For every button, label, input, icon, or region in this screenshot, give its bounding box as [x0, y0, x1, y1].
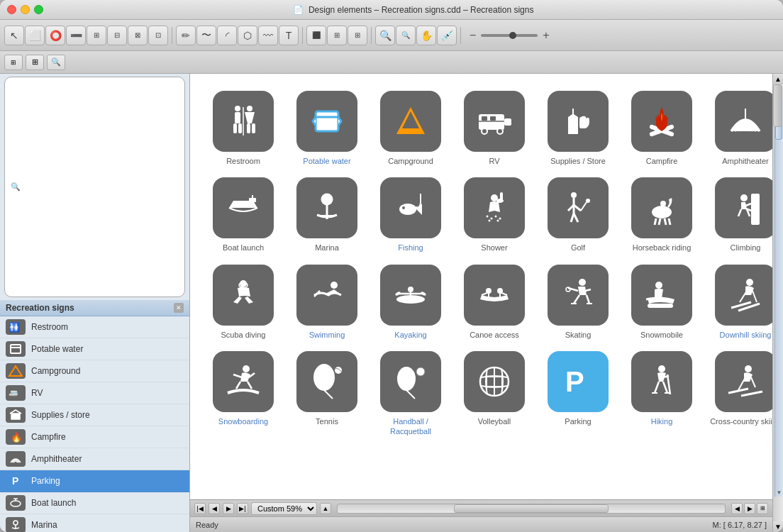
- h-scroll-thumb[interactable]: [454, 504, 609, 513]
- icon-cell-climbing[interactable]: Climbing: [706, 174, 772, 255]
- nav-last-btn[interactable]: ▶|: [237, 503, 248, 514]
- connect-tool[interactable]: ⊠: [128, 26, 148, 45]
- icon-box-potable-water: [296, 91, 357, 152]
- icon-cell-amphitheater[interactable]: Amphitheater: [706, 88, 772, 169]
- icon-cell-campfire[interactable]: Campfire: [623, 88, 701, 169]
- maximize-button[interactable]: [34, 5, 43, 14]
- zoom-minus-btn[interactable]: −: [467, 29, 478, 42]
- content-area[interactable]: Restroom Potable wa: [190, 74, 772, 499]
- scroll-left-btn[interactable]: ◀: [731, 503, 743, 514]
- zoom-slider[interactable]: [481, 34, 538, 37]
- curve-tool[interactable]: 〜: [196, 26, 216, 45]
- sidebar-list[interactable]: 🚻 Restroom Potable water: [0, 316, 189, 533]
- nav-first-btn[interactable]: |◀: [194, 503, 206, 514]
- nav-prev-btn[interactable]: ◀: [209, 503, 220, 514]
- freehand-tool[interactable]: 〰: [258, 26, 278, 45]
- panel-toggle-btn[interactable]: ⊞: [4, 55, 23, 70]
- icon-cell-scuba[interactable]: Scuba diving: [204, 262, 282, 343]
- resize-handle[interactable]: ⊞: [757, 503, 768, 514]
- select-tool[interactable]: ↖: [4, 26, 24, 45]
- text-tool[interactable]: T: [279, 26, 299, 45]
- sidebar-item-campground[interactable]: Campground: [0, 360, 189, 382]
- ungroup-tool[interactable]: ⊟: [107, 26, 127, 45]
- eyedrop-tool[interactable]: 💉: [437, 26, 457, 45]
- arc-tool[interactable]: ◜: [217, 26, 237, 45]
- icon-cell-hiking[interactable]: Hiking: [623, 348, 701, 440]
- icon-cell-rv[interactable]: RV: [455, 88, 533, 169]
- zoom-select[interactable]: Custom 59%: [251, 502, 317, 515]
- close-button[interactable]: [7, 5, 16, 14]
- svg-line-118: [324, 390, 333, 399]
- icon-cell-tennis[interactable]: Tennis: [288, 348, 366, 440]
- minimize-button[interactable]: [21, 5, 30, 14]
- zoom-up-btn[interactable]: ▲: [320, 503, 331, 514]
- svg-line-78: [738, 209, 741, 216]
- icon-cell-skating[interactable]: Skating: [539, 262, 617, 343]
- sidebar-item-campfire[interactable]: 🔥 Campfire: [0, 426, 189, 448]
- scroll-right-btn[interactable]: ▶: [744, 503, 755, 514]
- zoom-in-tool[interactable]: 🔍: [375, 26, 395, 45]
- icon-cell-supplies[interactable]: Supplies / Store: [539, 88, 617, 169]
- snap-tool[interactable]: ⊞: [348, 26, 367, 45]
- zoom-bar: − +: [467, 29, 552, 42]
- icon-cell-horseback[interactable]: Horseback riding: [623, 174, 701, 255]
- icon-cell-marina[interactable]: Marina: [288, 174, 366, 255]
- zoom-thumb[interactable]: [509, 32, 516, 39]
- icon-cell-boat-launch[interactable]: Boat launch: [204, 174, 282, 255]
- icon-cell-swimming[interactable]: Swimming: [288, 262, 366, 343]
- icon-cell-downhill-skiing[interactable]: Downhill skiing: [706, 262, 772, 343]
- container-tool[interactable]: ⬛: [306, 26, 326, 45]
- icon-cell-parking[interactable]: P Parking: [539, 348, 617, 440]
- zoom-plus-btn[interactable]: +: [540, 29, 551, 42]
- scroll-thumb[interactable]: [773, 84, 782, 127]
- group-tool[interactable]: ⊞: [87, 26, 106, 45]
- zoom-tools: 🔍 🔍 ✋ 💉: [375, 26, 457, 45]
- sidebar-item-restroom[interactable]: 🚻 Restroom: [0, 316, 189, 338]
- svg-line-138: [667, 375, 670, 394]
- scroll-down-btn[interactable]: ▼: [773, 521, 783, 532]
- sidebar-item-rv[interactable]: 🚐 RV: [0, 382, 189, 404]
- icon-cell-snowboarding[interactable]: Snowboarding: [204, 348, 282, 440]
- icon-cell-shower[interactable]: Shower: [455, 174, 533, 255]
- panel-header: Recreation signs ✕: [0, 300, 189, 316]
- icon-cell-canoe[interactable]: Canoe access: [455, 262, 533, 343]
- v-scrollbar[interactable]: ▲ ▼: [772, 74, 783, 532]
- icon-cell-potable-water[interactable]: Potable water: [288, 88, 366, 169]
- icon-cell-snowmobile[interactable]: Snowmobile: [623, 262, 701, 343]
- h-scrollbar[interactable]: [337, 504, 726, 514]
- sidebar-item-boat-launch[interactable]: Boat launch: [0, 492, 189, 514]
- icon-cell-handball[interactable]: Handball / Racquetball: [372, 348, 450, 440]
- icon-cell-fishing[interactable]: Fishing: [372, 174, 450, 255]
- icon-cell-kayaking[interactable]: Kayaking: [372, 262, 450, 343]
- icon-cell-campground[interactable]: Campground: [372, 88, 450, 169]
- sidebar-item-marina[interactable]: Marina: [0, 514, 189, 533]
- grid-view-btn[interactable]: ⊞: [26, 55, 44, 70]
- line-tool[interactable]: ➖: [66, 26, 86, 45]
- pen-tool[interactable]: ✏: [176, 26, 196, 45]
- icon-label-snowboarding: Snowboarding: [218, 416, 268, 426]
- svg-point-65: [586, 199, 590, 203]
- grid-tool[interactable]: ⊞: [327, 26, 347, 45]
- svg-line-101: [587, 295, 589, 304]
- pan-tool[interactable]: ✋: [416, 26, 436, 45]
- rect-tool[interactable]: ⬜: [25, 26, 45, 45]
- svg-text:P: P: [12, 475, 18, 487]
- icon-cell-golf[interactable]: Golf: [539, 174, 617, 255]
- icon-label-shower: Shower: [481, 243, 507, 253]
- ellipse-tool[interactable]: ⭕: [45, 26, 65, 45]
- sidebar-item-parking[interactable]: P Parking: [0, 470, 189, 492]
- icon-cell-restroom[interactable]: Restroom: [204, 88, 282, 169]
- sidebar-item-potable-water[interactable]: Potable water: [0, 338, 189, 360]
- search-input[interactable]: [23, 182, 179, 192]
- search-panel-btn[interactable]: 🔍: [47, 55, 65, 70]
- icon-cell-volleyball[interactable]: Volleyball: [455, 348, 533, 440]
- panel-close-btn[interactable]: ✕: [174, 303, 184, 313]
- nav-next-btn[interactable]: ▶: [223, 503, 234, 514]
- scroll-up-btn[interactable]: ▲: [773, 74, 783, 84]
- icon-cell-cross-country-skiing[interactable]: Cross-country skiing: [706, 348, 772, 440]
- sidebar-item-supplies[interactable]: Supplies / store: [0, 404, 189, 426]
- sidebar-item-amphitheater[interactable]: Amphitheater: [0, 448, 189, 470]
- zoom-out-tool[interactable]: 🔍: [396, 26, 416, 45]
- flow-tool[interactable]: ⊡: [148, 26, 168, 45]
- poly-tool[interactable]: ⬡: [238, 26, 257, 45]
